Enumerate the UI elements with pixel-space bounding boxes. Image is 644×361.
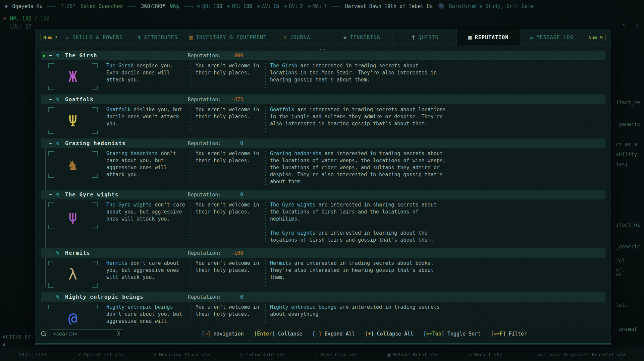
faction-section-goatfolk: − ₩ Goatfolk Reputation: -475 Ψ Goatfolk… [41, 95, 605, 136]
faction-section-highly-entropic-beings: − ₩ Highly entropic beings Reputation: 0… [41, 292, 605, 324]
ability-rebuke-robot[interactable]: ▣Rebuke Robot<5> [387, 352, 438, 358]
tab-label: JOURNAL [290, 35, 314, 41]
tab-label: ATTRIBUTES [144, 35, 177, 41]
faction-tile-cell: Ж [41, 62, 106, 90]
tab-skills-powers[interactable]: ⚔SKILLS & POWERS [63, 29, 126, 46]
clear-search-button[interactable]: X [117, 331, 120, 337]
faction-feeling: The Girsh despise you. Even docile ones … [106, 62, 186, 90]
reputation-value: -100 [213, 250, 243, 256]
reputation-value: -475 [213, 97, 243, 103]
chest-icon: ▥ [190, 34, 193, 41]
ability-recoil[interactable]: ↺Recoil<6> [468, 352, 502, 358]
collapse-toggle-icon[interactable]: − [49, 294, 56, 300]
tab-inventory-equipment[interactable]: ▥INVENTORY & EQUIPMENT [189, 29, 267, 46]
stat-movespeed: MS:106 [227, 3, 252, 9]
face-icon: ☺ [240, 352, 243, 358]
stat-quickness: QN:100 [197, 3, 222, 9]
map-arrow-icon: ↘ [635, 21, 639, 28]
collapse-toggle-icon[interactable]: − [49, 140, 56, 146]
game-date: Harvest Dawn 19th of Tebet Ux [345, 3, 433, 9]
numpad7-badge: Num 7 [41, 34, 60, 41]
bg-text-fragment: ct as a [616, 141, 637, 147]
tab-reputation[interactable]: ▦REPUTATION [457, 29, 520, 46]
hint-toggle-sort: [⌨+Tab]Toggle Sort [423, 331, 481, 337]
column-divider [191, 304, 191, 324]
faction-interests: Highly entropic beings are interested in… [270, 304, 446, 324]
sword-icon: ⚔ [66, 34, 69, 41]
flask-icon: ⚗ [138, 34, 141, 41]
active-effects-label: ACTIVE EF [3, 334, 31, 340]
column-divider [265, 202, 266, 244]
game-screen: ☻ Ogeyeda Ku T:25° Sated Quenched 360/39… [0, 0, 644, 361]
tab-attributes[interactable]: ⚗ATTRIBUTES [126, 29, 189, 46]
faction-crest-icon: ₩ [56, 192, 65, 197]
faction-interests: Grazing hedonists are interested in trad… [270, 150, 446, 185]
hermit-tile-icon: λ [48, 261, 98, 288]
bg-text-fragment: let. [616, 302, 628, 308]
search-input[interactable]: <search> X [50, 329, 123, 338]
ability-intimidate[interactable]: ☺Intimidate<3> [240, 352, 285, 358]
collapse-toggle-icon[interactable]: − [49, 191, 56, 198]
faction-tile-cell: λ [41, 260, 106, 288]
faction-name: Hermits [65, 250, 90, 256]
hud-separator [47, 5, 56, 8]
holy-places-note: You aren't welcome in their holy places. [196, 150, 261, 185]
hud-separator [127, 5, 136, 8]
tab-journal[interactable]: ≣JOURNAL [267, 29, 330, 46]
bg-text-fragment: _generic [616, 121, 640, 127]
map-arrow-icon: ↖ [623, 21, 626, 28]
level-indicator: LVL: 27 [10, 24, 31, 30]
reputation-value: 0 [213, 192, 243, 198]
dpad-icon: ⊞ [205, 331, 207, 337]
goatfolk-tile-icon: Ψ [48, 107, 98, 134]
faction-feeling: Goatfolk dislike you, but docile ones wo… [106, 106, 186, 134]
column-divider [191, 202, 191, 244]
faction-header[interactable]: − ₩ Hermits Reputation: -100 [41, 248, 605, 258]
faction-header[interactable]: − ₩ Grazing hedonists Reputation: 0 [41, 138, 605, 148]
book-icon: ≣ [283, 34, 287, 41]
tab-message-log[interactable]: ✉MESSAGE LOG [520, 29, 583, 46]
column-divider [191, 107, 191, 134]
column-divider [265, 151, 266, 185]
bg-text-fragment: ifact_re [616, 100, 640, 106]
wrench-icon: ⚒ [343, 34, 347, 41]
faction-header[interactable]: − ₩ Goatfolk Reputation: -475 [41, 95, 605, 104]
faction-header[interactable]: − ₩ The Gyre wights Reputation: 0 [41, 190, 605, 199]
column-divider [191, 63, 191, 90]
reputation-value: -800 [213, 53, 243, 59]
reputation-window: Num 7 ⚔SKILLS & POWERS ⚗ATTRIBUTES ▥INVE… [35, 29, 611, 344]
faction-header[interactable]: ▶ − ₩ The Girsh Reputation: -800 [41, 51, 605, 60]
stat-armor: AV:15 [257, 3, 279, 9]
tile-frame: Ж [48, 63, 98, 90]
bg-text-fragment: ies) [616, 162, 628, 168]
keyboard-hints: [⊞]navigation [Enter]Collapse [-]Expand … [123, 331, 605, 337]
collapse-toggle-icon[interactable]: − [49, 96, 56, 103]
faction-section-hermits: − ₩ Hermits Reputation: -100 λ Hermits d… [41, 248, 605, 290]
faction-crest-icon: ₩ [56, 294, 65, 300]
ability-make-camp[interactable]: ♨Make Camp<4> [315, 352, 357, 358]
collapse-toggle-icon[interactable]: − [49, 250, 56, 256]
ability-menacing-stare[interactable]: ☠Menacing Stare<2> [153, 352, 210, 358]
faction-name: Goatfolk [65, 96, 94, 103]
column-divider [265, 260, 266, 288]
location-name: Barathrum's Study, Grit Gate [449, 3, 534, 9]
collapse-toggle-icon[interactable]: − [49, 52, 56, 59]
tab-quests[interactable]: †QUESTS [393, 29, 457, 46]
bg-text-fragment: _generic [616, 244, 640, 250]
ability-displacer-bracelet[interactable]: ◌Activate Displacer Bracelet<7> [532, 352, 626, 358]
column-divider [265, 304, 266, 324]
reputation-value: 0 [213, 294, 243, 300]
robot-icon: ▣ [387, 352, 390, 358]
column-divider [191, 151, 191, 185]
column-divider [191, 260, 191, 288]
ability-sprint[interactable]: ⚡Sprintoff<1> [78, 352, 123, 358]
faction-name: The Gyre wights [65, 191, 119, 198]
hint-filter: [⌨+F]Filter [491, 331, 527, 337]
tab-tinkering[interactable]: ⚒TINKERING [330, 29, 393, 46]
girsh-tile-icon: Ж [48, 63, 98, 90]
carry-weight: 360/390# [141, 3, 165, 9]
active-effect-entry: A [3, 342, 5, 348]
faction-header[interactable]: − ₩ Highly entropic beings Reputation: 0 [41, 292, 605, 302]
faction-interests: Goatfolk are interested in trading secre… [270, 106, 446, 134]
keyboard-icon: ⌨ [494, 331, 496, 337]
